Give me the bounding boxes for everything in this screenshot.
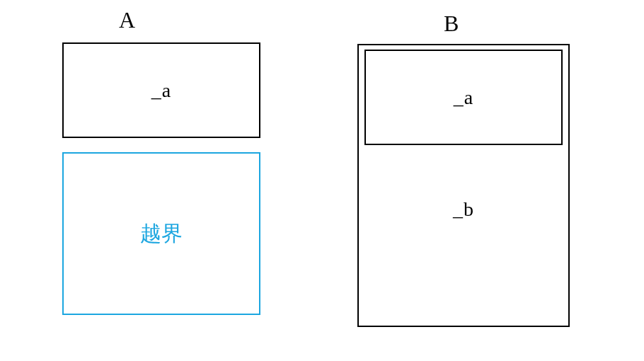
left-overflow-text: 越界 [140, 219, 183, 248]
right-title-label: B [444, 11, 459, 37]
left-overflow-box: 越界 [62, 152, 260, 315]
right-inner-a-text: _a [454, 86, 473, 109]
right-inner-a-box: _a [364, 50, 563, 145]
left-box-a-text: _a [151, 79, 171, 102]
left-title-label: A [119, 7, 135, 33]
right-inner-b-text: _b [453, 198, 474, 220]
left-box-a: _a [62, 42, 260, 138]
right-inner-b-text-wrap: _b [357, 198, 570, 221]
